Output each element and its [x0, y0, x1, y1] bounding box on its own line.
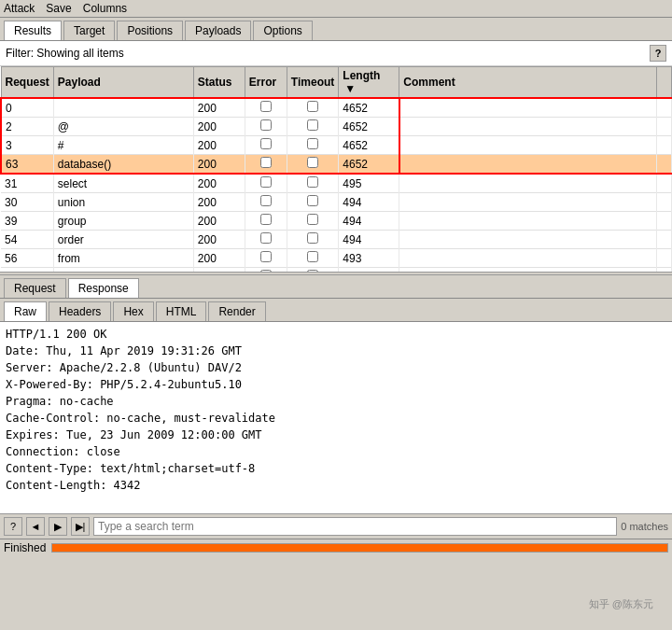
table-row[interactable]: 41and200492: [1, 268, 672, 273]
cell-error[interactable]: [245, 193, 287, 212]
match-count: 0 matches: [621, 521, 668, 532]
filter-text: Filter: Showing all items: [6, 47, 124, 60]
cell-length: 494: [339, 193, 399, 212]
cell-request: 31: [1, 174, 53, 193]
cell-timeout[interactable]: [287, 249, 338, 268]
prev-prev-button[interactable]: ?: [4, 517, 22, 536]
next-button[interactable]: ▶: [49, 517, 67, 536]
tab-response[interactable]: Response: [68, 278, 139, 298]
results-section: Request Payload Status Error Timeout Len…: [0, 66, 672, 272]
prev-button[interactable]: ◄: [26, 517, 45, 536]
tab-options[interactable]: Options: [253, 21, 312, 40]
cell-timeout[interactable]: [287, 98, 338, 118]
tab-results[interactable]: Results: [4, 21, 62, 40]
cell-error[interactable]: [245, 268, 287, 273]
cell-timeout[interactable]: [287, 231, 338, 249]
filter-bar: Filter: Showing all items ?: [0, 41, 672, 66]
cell-status: 200: [193, 98, 245, 118]
filter-help-button[interactable]: ?: [650, 45, 666, 62]
next-next-button[interactable]: ▶|: [71, 517, 90, 536]
watermark: 知乎 @陈东元: [589, 597, 653, 611]
table-row[interactable]: 30union200494: [1, 193, 672, 212]
tab-payloads[interactable]: Payloads: [185, 21, 251, 40]
menu-save[interactable]: Save: [46, 2, 71, 15]
cell-timeout[interactable]: [287, 118, 338, 136]
cell-request: 39: [1, 212, 53, 231]
cell-timeout[interactable]: [287, 268, 338, 273]
status-bar: Finished: [0, 539, 672, 556]
cell-comment: [399, 212, 657, 231]
cell-timeout[interactable]: [287, 193, 338, 212]
cell-payload: group: [53, 212, 193, 231]
col-payload[interactable]: Payload: [53, 67, 193, 99]
cell-spacer: [657, 174, 672, 193]
cell-status: 200: [193, 136, 245, 155]
cell-error[interactable]: [245, 212, 287, 231]
table-row[interactable]: 2@2004652: [1, 118, 672, 136]
cell-timeout[interactable]: [287, 155, 338, 175]
cell-status: 200: [193, 193, 245, 212]
tab-request[interactable]: Request: [4, 278, 66, 298]
table-row[interactable]: 31select200495: [1, 174, 672, 193]
tab-html[interactable]: HTML: [156, 301, 207, 321]
menu-attack[interactable]: Attack: [4, 2, 35, 15]
cell-request: 3: [1, 136, 53, 155]
cell-spacer: [657, 212, 672, 231]
cell-length: 493: [339, 249, 399, 268]
col-status[interactable]: Status: [193, 67, 245, 99]
search-input[interactable]: [93, 517, 617, 536]
col-error[interactable]: Error: [245, 67, 287, 99]
table-row[interactable]: 02004652: [1, 98, 672, 118]
progress-bar-container: [51, 543, 668, 553]
cell-timeout[interactable]: [287, 136, 338, 155]
tab-hex[interactable]: Hex: [113, 301, 153, 321]
col-request[interactable]: Request: [1, 67, 53, 99]
bottom-bar: ? ◄ ▶ ▶| 0 matches: [0, 513, 672, 539]
table-row[interactable]: 56from200493: [1, 249, 672, 268]
cell-comment: [399, 249, 657, 268]
col-length[interactable]: Length ▼: [339, 67, 399, 99]
results-table-container[interactable]: Request Payload Status Error Timeout Len…: [0, 66, 672, 272]
tab-raw[interactable]: Raw: [4, 301, 47, 321]
cell-length: 4652: [339, 98, 399, 118]
tab-render[interactable]: Render: [208, 301, 265, 321]
cell-length: 494: [339, 212, 399, 231]
response-line: Cache-Control: no-cache, must-revalidate: [6, 410, 666, 427]
cell-error[interactable]: [245, 98, 287, 118]
cell-error[interactable]: [245, 249, 287, 268]
cell-comment: [399, 231, 657, 249]
response-line: X-Powered-By: PHP/5.2.4-2ubuntu5.10: [6, 376, 666, 393]
cell-timeout[interactable]: [287, 212, 338, 231]
cell-payload: #: [53, 136, 193, 155]
response-line: Server: Apache/2.2.8 (Ubuntu) DAV/2: [6, 359, 666, 376]
sort-arrow-icon: ▼: [344, 82, 356, 95]
cell-status: 200: [193, 268, 245, 273]
response-line: Date: Thu, 11 Apr 2019 19:31:26 GMT: [6, 343, 666, 359]
tab-headers[interactable]: Headers: [49, 301, 111, 321]
table-row[interactable]: 63database()2004652: [1, 155, 672, 175]
table-row[interactable]: 3#2004652: [1, 136, 672, 155]
col-timeout[interactable]: Timeout: [287, 67, 338, 99]
cell-payload: from: [53, 249, 193, 268]
cell-status: 200: [193, 174, 245, 193]
table-row[interactable]: 54order200494: [1, 231, 672, 249]
progress-bar-fill: [52, 544, 667, 552]
main-tab-bar: Results Target Positions Payloads Option…: [0, 18, 672, 41]
cell-error[interactable]: [245, 174, 287, 193]
cell-error[interactable]: [245, 118, 287, 136]
cell-request: 0: [1, 98, 53, 118]
cell-status: 200: [193, 212, 245, 231]
cell-spacer: [657, 98, 672, 118]
tab-target[interactable]: Target: [63, 21, 115, 40]
response-line: <!DOCTYPE html PUBLIC "-//W3C//DTD XHTML…: [6, 511, 666, 513]
table-row[interactable]: 39group200494: [1, 212, 672, 231]
cell-payload: @: [53, 118, 193, 136]
tab-positions[interactable]: Positions: [117, 21, 183, 40]
menu-columns[interactable]: Columns: [83, 2, 127, 15]
cell-error[interactable]: [245, 231, 287, 249]
response-content[interactable]: HTTP/1.1 200 OKDate: Thu, 11 Apr 2019 19…: [0, 322, 672, 513]
cell-error[interactable]: [245, 136, 287, 155]
cell-timeout[interactable]: [287, 174, 338, 193]
col-comment[interactable]: Comment: [399, 67, 657, 99]
cell-error[interactable]: [245, 155, 287, 175]
